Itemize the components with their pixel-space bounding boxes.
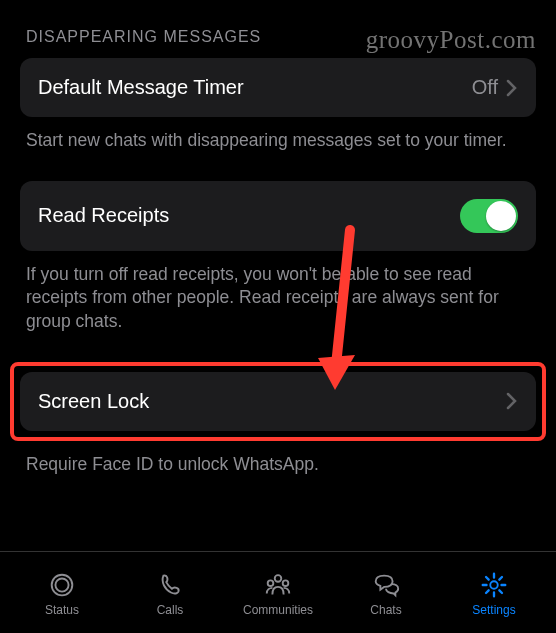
tab-chats-label: Chats [370,603,401,617]
screen-lock-label: Screen Lock [38,390,149,413]
svg-point-5 [490,581,498,589]
svg-point-3 [268,580,274,586]
default-timer-label: Default Message Timer [38,76,244,99]
chevron-right-icon [506,392,518,410]
default-timer-row[interactable]: Default Message Timer Off [20,58,536,117]
screen-lock-row[interactable]: Screen Lock [20,372,536,431]
svg-point-2 [275,575,282,582]
screen-lock-footer: Require Face ID to unlock WhatsApp. [20,441,536,477]
gear-icon [478,570,510,600]
chevron-right-icon [506,79,518,97]
tab-status[interactable]: Status [8,570,116,617]
tab-bar: Status Calls Communities Chats Settings [0,551,556,633]
tab-status-label: Status [45,603,79,617]
read-receipts-toggle[interactable] [460,199,518,233]
tab-calls-label: Calls [157,603,184,617]
svg-point-4 [283,580,289,586]
highlight-annotation: Screen Lock [10,362,546,441]
default-timer-footer: Start new chats with disappearing messag… [20,117,536,153]
svg-point-1 [55,578,68,591]
read-receipts-label: Read Receipts [38,204,169,227]
communities-icon [262,570,294,600]
default-timer-value: Off [472,76,498,99]
read-receipts-row: Read Receipts [20,181,536,251]
chats-icon [370,570,402,600]
tab-chats[interactable]: Chats [332,570,440,617]
tab-communities-label: Communities [243,603,313,617]
phone-icon [154,570,186,600]
status-icon [46,570,78,600]
read-receipts-footer: If you turn off read receipts, you won't… [20,251,536,334]
tab-communities[interactable]: Communities [224,570,332,617]
tab-settings[interactable]: Settings [440,570,548,617]
tab-calls[interactable]: Calls [116,570,224,617]
watermark: groovyPost.com [366,26,536,54]
tab-settings-label: Settings [472,603,515,617]
